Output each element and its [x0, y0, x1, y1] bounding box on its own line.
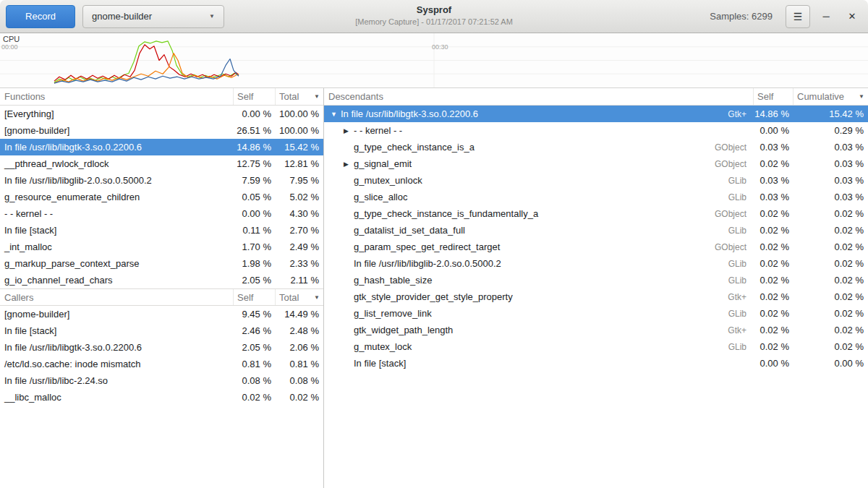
table-row[interactable]: /etc/ld.so.cache: inode mismatch0.81 %0.… [0, 356, 323, 372]
self-percent: 0.08 % [234, 375, 276, 386]
table-row[interactable]: g_datalist_id_set_data_fullGLib0.02 %0.0… [324, 222, 868, 239]
total-percent: 0.81 % [276, 359, 323, 369]
table-row[interactable]: - - kernel - -0.00 %4.30 % [0, 205, 323, 222]
expand-arrow-icon[interactable]: ▶ [343, 160, 354, 168]
total-percent: 0.02 % [276, 392, 323, 403]
cpu-line-blue [54, 59, 239, 84]
time-tick-mid: 00:30 [432, 43, 448, 51]
column-label: Self [237, 292, 253, 303]
table-row[interactable]: ▶g_signal_emitGObject0.02 %0.03 % [324, 155, 868, 172]
table-row[interactable]: g_markup_parse_context_parse1.98 %2.33 % [0, 255, 323, 272]
column-header-self[interactable]: Self [234, 88, 276, 105]
callers-table-header: Callers Self Total ▼ [0, 288, 323, 306]
symbol-name: In file /usr/lib/libgtk-3.so.0.2200.6 [341, 108, 728, 119]
table-row[interactable]: gtk_style_provider_get_style_propertyGtk… [324, 288, 868, 305]
table-row[interactable]: [gnome-builder]9.45 %14.49 % [0, 306, 323, 322]
column-header-total[interactable]: Total ▼ [276, 88, 323, 105]
table-row[interactable]: In file /usr/lib/libgtk-3.so.0.2200.62.0… [0, 339, 323, 356]
descendants-table: ▼In file /usr/lib/libgtk-3.so.0.2200.6Gt… [324, 106, 868, 372]
table-row[interactable]: _int_malloc1.70 %2.49 % [0, 239, 323, 255]
process-selector-dropdown[interactable]: gnome-builder ▼ [82, 5, 224, 28]
library-badge: GLib [728, 176, 754, 186]
table-row[interactable]: In file [stack]2.46 %2.48 % [0, 322, 323, 339]
table-row[interactable]: g_type_check_instance_is_aGObject0.03 %0… [324, 139, 868, 155]
symbol-name: In file /usr/lib/libgtk-3.so.0.2200.6 [0, 342, 234, 353]
self-percent: 14.86 % [754, 108, 793, 119]
left-pane: Functions Self Total ▼ [Everything]0.00 … [0, 88, 324, 488]
symbol-name: In file /usr/lib/libglib-2.0.so.0.5000.2 [0, 175, 234, 186]
record-button[interactable]: Record [6, 5, 75, 28]
symbol-name: - - kernel - - [0, 208, 234, 219]
column-header-cumulative[interactable]: Cumulative ▼ [793, 88, 868, 105]
self-percent: 2.05 % [234, 342, 276, 353]
cumulative-percent: 15.42 % [793, 108, 868, 119]
self-percent: 0.00 % [234, 208, 276, 219]
column-header-total[interactable]: Total ▼ [276, 289, 323, 305]
table-row[interactable]: g_list_remove_linkGLib0.02 %0.02 % [324, 305, 868, 322]
total-percent: 7.95 % [276, 175, 323, 186]
chevron-down-icon: ▼ [209, 13, 215, 20]
library-badge: Gtk+ [728, 109, 754, 119]
table-row[interactable]: ▶- - kernel - -0.00 %0.29 % [324, 122, 868, 139]
library-badge: GObject [715, 159, 754, 169]
process-selector-label: gnome-builder [92, 11, 152, 22]
header-right-controls: Samples: 6299 ☰ ─ ✕ [710, 5, 862, 28]
self-percent: 1.98 % [234, 258, 276, 269]
table-row[interactable]: In file [stack]0.00 %0.00 % [324, 355, 868, 372]
table-row[interactable]: In file /usr/lib/libgtk-3.so.0.2200.614.… [0, 139, 323, 155]
self-percent: 0.02 % [754, 158, 793, 169]
symbol-name: In file /usr/lib/libc-2.24.so [0, 375, 234, 386]
table-row[interactable]: g_mutex_unlockGLib0.03 %0.03 % [324, 172, 868, 189]
table-row[interactable]: [Everything]0.00 %100.00 % [0, 106, 323, 122]
table-row[interactable]: g_param_spec_get_redirect_targetGObject0… [324, 239, 868, 255]
table-row[interactable]: [gnome-builder]26.51 %100.00 % [0, 122, 323, 139]
cumulative-percent: 0.02 % [793, 325, 868, 335]
symbol-name: gtk_widget_path_length [354, 325, 728, 335]
close-button[interactable]: ✕ [842, 7, 862, 27]
table-row[interactable]: __pthread_rwlock_rdlock12.75 %12.81 % [0, 155, 323, 172]
self-percent: 9.45 % [234, 309, 276, 320]
symbol-name: [Everything] [0, 108, 234, 119]
table-row[interactable]: g_type_check_instance_is_fundamentally_a… [324, 205, 868, 222]
self-percent: 0.11 % [234, 225, 276, 236]
column-header-self[interactable]: Self [754, 88, 793, 105]
total-percent: 2.49 % [276, 241, 323, 252]
column-header-functions[interactable]: Functions [0, 88, 234, 105]
app-title: Sysprof [217, 4, 651, 15]
cpu-graph[interactable]: CPU 00:00 00:30 [0, 33, 868, 88]
column-header-self[interactable]: Self [234, 289, 276, 305]
self-percent: 0.81 % [234, 359, 276, 369]
column-header-descendants[interactable]: Descendants [324, 88, 754, 105]
symbol-name: - - kernel - - [354, 125, 746, 136]
table-row[interactable]: __libc_malloc0.02 %0.02 % [0, 389, 323, 406]
table-row[interactable]: g_slice_allocGLib0.03 %0.03 % [324, 189, 868, 205]
column-header-callers[interactable]: Callers [0, 289, 234, 305]
collapse-arrow-icon[interactable]: ▼ [330, 111, 341, 118]
library-badge: GLib [728, 309, 754, 319]
symbol-name: [gnome-builder] [0, 309, 234, 320]
minimize-button[interactable]: ─ [816, 7, 836, 27]
table-row[interactable]: gtk_widget_path_lengthGtk+0.02 %0.02 % [324, 322, 868, 338]
column-label: Descendants [328, 91, 383, 102]
total-percent: 100.00 % [276, 108, 323, 119]
cumulative-percent: 0.03 % [793, 158, 868, 169]
table-row[interactable]: ▼In file /usr/lib/libgtk-3.so.0.2200.6Gt… [324, 106, 868, 122]
self-percent: 0.02 % [754, 341, 793, 352]
cumulative-percent: 0.03 % [793, 192, 868, 202]
table-row[interactable]: g_hash_table_sizeGLib0.02 %0.02 % [324, 272, 868, 288]
table-row[interactable]: In file /usr/lib/libglib-2.0.so.0.5000.2… [324, 255, 868, 272]
table-row[interactable]: In file /usr/lib/libglib-2.0.so.0.5000.2… [0, 172, 323, 189]
table-row[interactable]: g_mutex_lockGLib0.02 %0.02 % [324, 338, 868, 355]
self-percent: 0.02 % [754, 291, 793, 302]
expand-arrow-icon[interactable]: ▶ [343, 127, 354, 134]
menu-button[interactable]: ☰ [786, 5, 810, 28]
symbol-name: [gnome-builder] [0, 125, 234, 136]
self-percent: 26.51 % [234, 125, 276, 136]
right-pane: Descendants Self Cumulative ▼ ▼In file /… [324, 88, 868, 488]
table-row[interactable]: In file [stack]0.11 %2.70 % [0, 222, 323, 239]
symbol-name: g_signal_emit [354, 158, 715, 169]
table-row[interactable]: g_io_channel_read_chars2.05 %2.11 % [0, 272, 323, 288]
table-row[interactable]: g_resource_enumerate_children0.05 %5.02 … [0, 189, 323, 205]
self-percent: 0.02 % [754, 208, 793, 219]
table-row[interactable]: In file /usr/lib/libc-2.24.so0.08 %0.08 … [0, 372, 323, 389]
